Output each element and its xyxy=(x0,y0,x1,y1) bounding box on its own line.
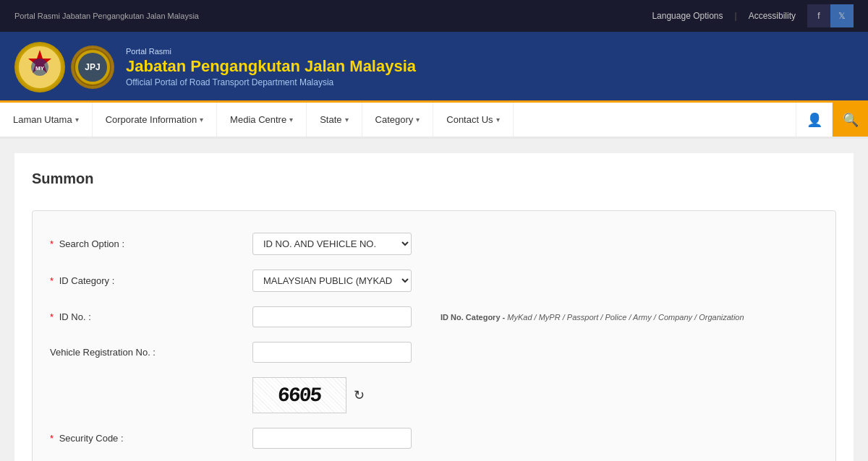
site-title-bar: Portal Rasmi Jabatan Pengangkutan Jalan … xyxy=(14,12,199,20)
header-logos: MY JPJ xyxy=(14,42,114,92)
id-no-row: * ID No. : ID No. Category - MyKad / MyP… xyxy=(50,306,818,327)
id-no-required: * xyxy=(50,311,54,322)
search-option-row: * Search Option : ID NO. AND VEHICLE NO.… xyxy=(50,233,818,255)
jpj-logo: JPJ xyxy=(71,46,114,89)
nav-laman-utama[interactable]: Laman Utama ▾ xyxy=(0,103,93,137)
top-bar-right: Language Options | Accessibility f 𝕏 xyxy=(652,4,854,27)
search-option-label: * Search Option : xyxy=(50,238,252,249)
header: MY JPJ Portal Rasmi Jabatan Pengangkutan… xyxy=(0,32,868,103)
laman-utama-arrow-icon: ▾ xyxy=(75,116,79,124)
captcha-image: 6605 xyxy=(252,377,346,413)
vehicle-reg-input[interactable] xyxy=(252,342,412,363)
search-icon: 🔍 xyxy=(843,112,859,128)
malaysia-crest-logo: MY xyxy=(14,42,65,92)
official-portal: Official Portal of Road Transport Depart… xyxy=(126,77,416,87)
media-centre-arrow-icon: ▾ xyxy=(289,116,293,124)
id-no-label: * ID No. : xyxy=(50,311,252,322)
top-bar: Portal Rasmi Jabatan Pengangkutan Jalan … xyxy=(0,0,868,32)
language-options-link[interactable]: Language Options xyxy=(652,11,723,21)
id-no-input[interactable] xyxy=(252,306,412,327)
search-option-select[interactable]: ID NO. AND VEHICLE NO. ID NO. ONLY VEHIC… xyxy=(252,233,412,255)
nav-corporate-information[interactable]: Corporate Information ▾ xyxy=(93,103,217,137)
vehicle-reg-label: Vehicle Registration No. : xyxy=(50,347,252,358)
nav-spacer xyxy=(514,103,796,137)
facebook-icon[interactable]: f xyxy=(807,4,830,27)
header-text: Portal Rasmi Jabatan Pengangkutan Jalan … xyxy=(126,47,416,87)
state-arrow-icon: ▾ xyxy=(345,116,349,124)
contact-us-arrow-icon: ▾ xyxy=(496,116,500,124)
id-category-select[interactable]: MALAYSIAN PUBLIC (MYKAD) PASSPORT POLICE… xyxy=(252,270,412,292)
nav-state[interactable]: State ▾ xyxy=(307,103,362,137)
security-code-row: * Security Code : xyxy=(50,428,818,449)
id-category-row: * ID Category : MALAYSIAN PUBLIC (MYKAD)… xyxy=(50,270,818,292)
id-category-required: * xyxy=(50,275,54,286)
crest-svg: MY xyxy=(17,44,63,90)
security-code-required: * xyxy=(50,433,54,444)
page-title: Summon xyxy=(32,171,836,193)
nav-bar: Laman Utama ▾ Corporate Information ▾ Me… xyxy=(0,103,868,139)
department-name: Jabatan Pengangkutan Jalan Malaysia xyxy=(126,57,416,76)
security-code-label: * Security Code : xyxy=(50,433,252,444)
nav-category[interactable]: Category ▾ xyxy=(362,103,434,137)
user-icon-btn[interactable]: 👤 xyxy=(796,103,832,137)
id-category-label: * ID Category : xyxy=(50,275,252,286)
vehicle-reg-row: Vehicle Registration No. : xyxy=(50,342,818,363)
search-icon-btn[interactable]: 🔍 xyxy=(832,103,868,137)
captcha-text: 6605 xyxy=(277,384,322,407)
security-code-input[interactable] xyxy=(252,428,412,449)
nav-media-centre[interactable]: Media Centre ▾ xyxy=(217,103,307,137)
captcha-refresh-icon[interactable]: ↻ xyxy=(354,387,365,403)
corporate-information-arrow-icon: ▾ xyxy=(200,116,203,124)
summon-form-card: * Search Option : ID NO. AND VEHICLE NO.… xyxy=(32,210,836,461)
captcha-row: 6605 ↻ xyxy=(50,377,818,413)
social-icons: f 𝕏 xyxy=(807,4,854,27)
svg-text:JPJ: JPJ xyxy=(85,62,100,72)
search-option-required: * xyxy=(50,238,54,249)
portal-rasmi-label: Portal Rasmi xyxy=(126,47,416,56)
twitter-icon[interactable]: 𝕏 xyxy=(830,4,854,27)
user-icon: 👤 xyxy=(807,112,822,128)
svg-text:MY: MY xyxy=(35,65,45,72)
jpj-logo-svg: JPJ xyxy=(73,48,112,87)
main-content: Summon * Search Option : ID NO. AND VEHI… xyxy=(14,153,854,461)
divider: | xyxy=(735,11,737,21)
category-arrow-icon: ▾ xyxy=(416,116,420,124)
id-no-note: ID No. Category - MyKad / MyPR / Passpor… xyxy=(441,313,744,322)
accessibility-link[interactable]: Accessibility xyxy=(749,11,796,21)
nav-contact-us[interactable]: Contact Us ▾ xyxy=(433,103,513,137)
